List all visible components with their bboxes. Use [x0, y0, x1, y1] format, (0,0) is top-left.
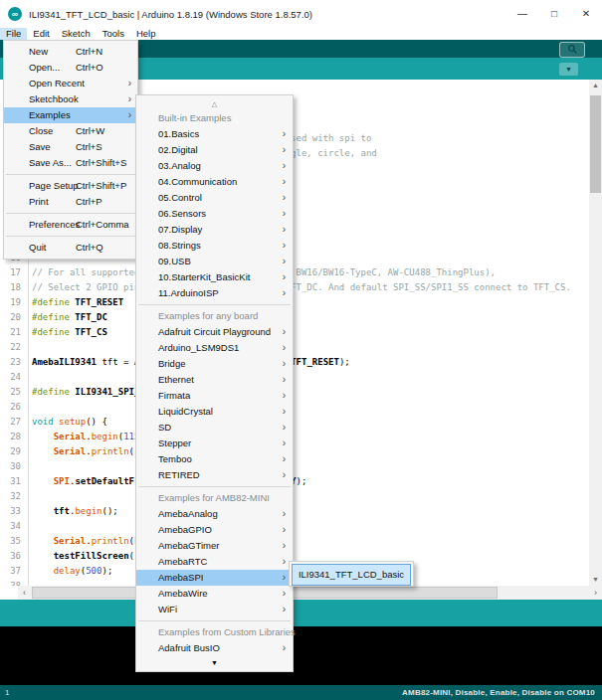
scroll-right-arrow-icon[interactable]: ›: [589, 586, 602, 600]
line-number: 38: [0, 579, 21, 586]
menu-item-shortcut: Ctrl+Shift+P: [76, 178, 126, 194]
file-menu-item-preferences[interactable]: PreferencesCtrl+Comma: [4, 217, 137, 233]
menu-item-label: Page Setup: [29, 180, 79, 191]
examples-menu-item-sd[interactable]: SD›: [136, 420, 293, 436]
submenu-arrow-icon: ›: [283, 451, 286, 467]
examples-menu-item-stepper[interactable]: Stepper›: [136, 436, 293, 451]
submenu-arrow-icon: ›: [283, 602, 286, 617]
examples-menu-item-05-control[interactable]: 05.Control›: [136, 190, 293, 206]
editor-horizontal-scrollbar[interactable]: ‹ ›: [18, 586, 602, 600]
submenu-arrow-icon: ›: [283, 238, 286, 254]
file-menu-item-close[interactable]: CloseCtrl+W: [4, 123, 137, 139]
examples-menu-item-amebaspi[interactable]: AmebaSPI›: [136, 570, 293, 586]
file-menu-item-save-as-[interactable]: Save As...Ctrl+Shift+S: [4, 155, 137, 171]
menu-item-ili9341-tft-lcd-basic[interactable]: ILI9341_TFT_LCD_basic: [292, 564, 411, 586]
submenu-arrow-icon: ›: [128, 107, 131, 123]
submenu-arrow-icon: ›: [283, 324, 286, 340]
line-number: 29: [0, 444, 21, 459]
examples-menu-item-amebartc[interactable]: AmebaRTC›: [136, 554, 293, 570]
file-menu-item-save[interactable]: SaveCtrl+S: [4, 139, 137, 155]
file-menu-item-new[interactable]: NewCtrl+N: [4, 44, 137, 60]
examples-menu-item-retired[interactable]: RETIRED›: [136, 467, 293, 483]
line-number: 33: [0, 504, 21, 519]
tab-list-dropdown-button[interactable]: ▼: [559, 63, 578, 76]
line-number: 25: [0, 385, 21, 400]
file-menu-item-print[interactable]: PrintCtrl+P: [4, 194, 137, 210]
file-menu: NewCtrl+NOpen...Ctrl+OOpen Recent›Sketch…: [3, 40, 138, 260]
examples-menu-item-adafruit-circuit-playground[interactable]: Adafruit Circuit Playground›: [136, 324, 293, 340]
examples-menu-item-liquidcrystal[interactable]: LiquidCrystal›: [136, 404, 293, 420]
menu-item-label: WiFi: [158, 604, 177, 614]
examples-menu-item-amebagpio[interactable]: AmebaGPIO›: [136, 522, 293, 538]
menu-item-shortcut: Ctrl+O: [76, 60, 103, 76]
menu-item-label: 02.Digital: [158, 144, 198, 155]
menu-item-label: Save: [29, 141, 51, 152]
menu-item-label: Print: [29, 196, 49, 207]
line-number: 18: [0, 280, 21, 295]
menu-item-label: Bridge: [158, 358, 185, 369]
submenu-arrow-icon: ›: [283, 570, 286, 586]
menubar-item-tools[interactable]: Tools: [97, 28, 130, 40]
submenu-arrow-icon: ›: [283, 420, 286, 436]
title-bar[interactable]: ∞ ILI9341_TFT_LCD_basic | Arduino 1.8.19…: [0, 0, 602, 28]
close-button[interactable]: ✕: [570, 0, 602, 28]
menu-item-label: Close: [29, 125, 53, 136]
editor-vertical-scrollbar[interactable]: ▲ ▼: [589, 80, 602, 586]
file-menu-item-sketchbook[interactable]: Sketchbook›: [4, 91, 137, 107]
menu-item-label: LiquidCrystal: [158, 406, 213, 417]
examples-menu-item-08-strings[interactable]: 08.Strings›: [136, 238, 293, 254]
minimize-button[interactable]: —: [506, 0, 538, 28]
menubar-item-edit[interactable]: Edit: [27, 28, 55, 40]
file-menu-item-page-setup[interactable]: Page SetupCtrl+Shift+P: [4, 178, 137, 194]
examples-menu-item-bridge[interactable]: Bridge›: [136, 356, 293, 372]
examples-menu-item-03-analog[interactable]: 03.Analog›: [136, 158, 293, 174]
menu-item-label: 03.Analog: [158, 160, 201, 171]
menu-item-label: Examples from Custom Libraries: [158, 626, 296, 637]
file-menu-item-open-[interactable]: Open...Ctrl+O: [4, 60, 137, 76]
menu-section-header-built-in-examples: Built-in Examples: [136, 110, 293, 126]
file-menu-item-open-recent[interactable]: Open Recent›: [4, 76, 137, 91]
file-menu-item-examples[interactable]: Examples›: [4, 107, 137, 123]
examples-menu-item-wifi[interactable]: WiFi›: [136, 602, 293, 617]
examples-menu-item-11-arduinoisp[interactable]: 11.ArduinoISP›: [136, 285, 293, 301]
scroll-up-arrow-icon[interactable]: ▲: [589, 80, 602, 91]
serial-monitor-button[interactable]: [559, 42, 585, 58]
file-menu-item-quit[interactable]: QuitCtrl+Q: [4, 240, 137, 256]
vertical-scrollbar-thumb[interactable]: [590, 95, 601, 193]
scroll-left-arrow-icon[interactable]: ‹: [18, 586, 31, 600]
menu-item-label: AmebaGTimer: [158, 540, 219, 551]
menubar-item-help[interactable]: Help: [130, 28, 162, 40]
menu-item-label: Built-in Examples: [158, 112, 231, 123]
examples-menu-item-amebawire[interactable]: AmebaWire›: [136, 586, 293, 602]
examples-menu-item-04-communication[interactable]: 04.Communication›: [136, 174, 293, 190]
examples-menu-item-09-usb[interactable]: 09.USB›: [136, 254, 293, 269]
menu-item-label: Temboo: [158, 453, 192, 464]
menu-separator: [6, 213, 135, 214]
menu-item-label: Adafruit Circuit Playground: [158, 326, 271, 337]
examples-menu-item-02-digital[interactable]: 02.Digital›: [136, 142, 293, 158]
examples-menu-item-amebagtimer[interactable]: AmebaGTimer›: [136, 538, 293, 554]
examples-menu-item-01-basics[interactable]: 01.Basics›: [136, 126, 293, 142]
submenu-arrow-icon: ›: [283, 356, 286, 372]
examples-menu-item-10-starterkit-basickit[interactable]: 10.StarterKit_BasicKit›: [136, 269, 293, 285]
maximize-button[interactable]: □: [538, 0, 570, 28]
examples-menu-item-07-display[interactable]: 07.Display›: [136, 222, 293, 238]
submenu-arrow-icon: ›: [283, 404, 286, 420]
menu-scroll-down-icon[interactable]: ▼: [136, 656, 293, 669]
scroll-down-arrow-icon[interactable]: ▼: [589, 574, 602, 586]
menu-item-label: 04.Communication: [158, 176, 237, 187]
menubar-item-sketch[interactable]: Sketch: [56, 28, 97, 40]
examples-menu-item-ethernet[interactable]: Ethernet›: [136, 372, 293, 388]
examples-menu-item-amebaanalog[interactable]: AmebaAnalog›: [136, 506, 293, 522]
menubar-item-file[interactable]: File: [0, 28, 27, 40]
menu-item-label: Arduino_LSM9DS1: [158, 342, 239, 353]
examples-menu-item-firmata[interactable]: Firmata›: [136, 388, 293, 404]
examples-menu-item-06-sensors[interactable]: 06.Sensors›: [136, 206, 293, 222]
examples-menu-item-arduino-lsm9ds1[interactable]: Arduino_LSM9DS1›: [136, 340, 293, 356]
console-output[interactable]: [0, 626, 602, 685]
menu-item-label: 01.Basics: [158, 128, 199, 139]
menu-separator: [138, 486, 291, 487]
examples-menu-item-adafruit-busio[interactable]: Adafruit BusIO›: [136, 640, 293, 656]
examples-menu-item-temboo[interactable]: Temboo›: [136, 451, 293, 467]
menu-scroll-up-icon[interactable]: △: [136, 97, 293, 110]
